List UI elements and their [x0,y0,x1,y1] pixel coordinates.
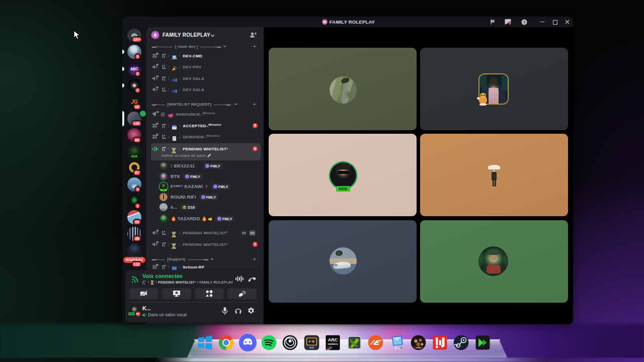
svg-text:msi: msi [309,346,314,349]
svg-text:GTA: GTA [416,346,420,349]
svg-text:raiders: raiders [328,342,338,345]
svg-text:ARC: ARC [328,337,338,342]
svg-text:?: ? [523,20,526,25]
